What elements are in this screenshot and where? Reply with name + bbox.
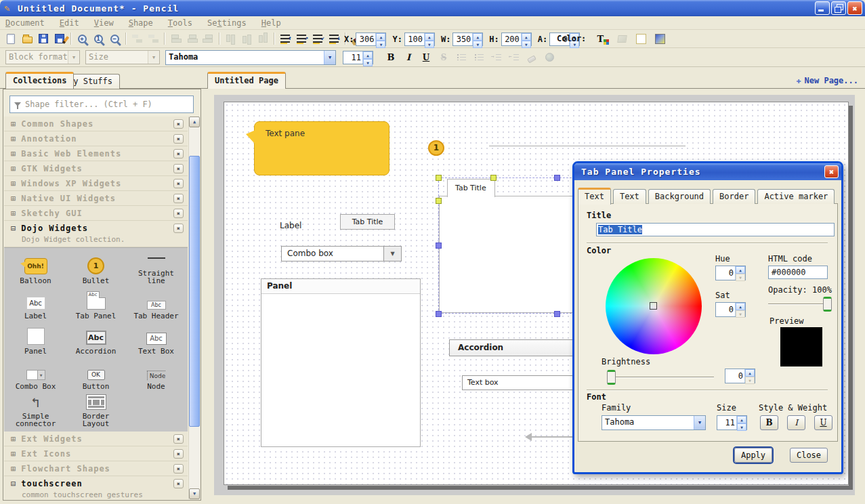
tab-collections[interactable]: Collections <box>5 72 74 89</box>
palette-item-node[interactable]: NodeNode <box>126 359 186 390</box>
send-backward-icon[interactable] <box>310 31 326 46</box>
palette-item-accordion[interactable]: AbcAccordion <box>66 324 126 355</box>
bring-to-front-icon[interactable] <box>277 31 293 46</box>
close-section-icon[interactable]: ✖ <box>173 134 184 144</box>
expand-icon[interactable]: ⊞ <box>11 435 16 443</box>
dialog-tab-text-1[interactable]: Text <box>613 189 646 204</box>
scroll-up-icon[interactable]: ▲ <box>189 117 200 127</box>
tab-untitled-page[interactable]: Untitled Page <box>207 72 286 89</box>
font-size-spinner-down-icon[interactable]: ▼ <box>737 423 746 431</box>
sidebar-section-annotation[interactable]: ⊞Annotation✖ <box>4 131 188 146</box>
font-family-combobox[interactable]: Tahoma <box>602 415 706 430</box>
palette-item-border-layout[interactable]: Border Layout <box>66 394 126 427</box>
close-section-icon[interactable]: ✖ <box>173 434 184 444</box>
expand-icon[interactable]: ⊞ <box>11 165 16 173</box>
underline-icon[interactable] <box>418 50 434 65</box>
y-spinner-down-icon[interactable]: ▼ <box>425 41 434 48</box>
sidebar-section-dojo-widgets[interactable]: ⊟Dojo Widgets✖Dojo Widget collection. <box>4 221 188 247</box>
zoom-out-icon[interactable] <box>106 31 123 46</box>
w-spinner-up-icon[interactable]: ▲ <box>473 33 482 41</box>
zoom-actual-icon[interactable] <box>90 31 106 46</box>
selection-handle[interactable] <box>490 175 497 181</box>
y-spinner-up-icon[interactable]: ▲ <box>425 33 434 41</box>
sidebar-section-flowchart-shapes[interactable]: ⊞Flowchart Shapes✖ <box>4 461 188 476</box>
menu-settings[interactable]: Settings <box>207 18 247 28</box>
bold-button[interactable]: B <box>760 415 778 430</box>
font-size-spinner-up-icon[interactable]: ▲ <box>737 416 746 423</box>
selection-handle[interactable] <box>436 198 442 204</box>
close-section-icon[interactable]: ✖ <box>173 224 184 233</box>
dialog-tab-border-3[interactable]: Border <box>713 189 755 204</box>
block-format-combobox[interactable]: Block format <box>5 50 80 64</box>
h-spinner-up-icon[interactable]: ▲ <box>522 33 531 41</box>
close-section-icon[interactable]: ✖ <box>173 149 184 159</box>
minimize-button[interactable] <box>815 1 830 15</box>
selection-handle[interactable] <box>436 243 442 249</box>
new-document-icon[interactable] <box>3 31 19 46</box>
scroll-down-icon[interactable]: ▼ <box>189 488 200 499</box>
palette-item-label[interactable]: AbcLabel <box>5 289 66 320</box>
sidebar-section-ext-icons[interactable]: ⊞Ext Icons✖ <box>4 446 188 461</box>
collapse-icon[interactable]: ⊟ <box>11 224 16 232</box>
bullet-shape[interactable]: 1 <box>428 140 444 156</box>
new-page-link[interactable]: New Page... <box>796 76 858 85</box>
palette-item-simple-connector[interactable]: Simple connector <box>5 394 66 427</box>
y-spinner-value[interactable]: 100 <box>405 33 424 45</box>
expand-icon[interactable]: ⊞ <box>11 150 16 158</box>
sidebar-section-native-ui-widgets[interactable]: ⊞Native UI Widgets✖ <box>4 191 188 206</box>
shape-filter-input[interactable]: Shape filter... (Ctrl + F) <box>9 96 194 113</box>
expand-icon[interactable]: ⊞ <box>11 194 16 203</box>
close-section-icon[interactable]: ✖ <box>173 209 184 218</box>
italic-button[interactable]: I <box>787 415 805 430</box>
text-color-icon[interactable] <box>595 32 611 47</box>
h-spinner-down-icon[interactable]: ▼ <box>522 41 531 48</box>
palette-item-bullet[interactable]: 1Bullet <box>66 253 126 285</box>
h-spinner-value[interactable]: 200 <box>502 33 521 45</box>
close-section-icon[interactable]: ✖ <box>173 479 184 488</box>
w-spinner-value[interactable]: 350 <box>453 33 472 45</box>
save-as-icon[interactable] <box>51 31 68 46</box>
x-spinner-down-icon[interactable]: ▼ <box>376 41 385 48</box>
opacity-slider[interactable] <box>768 296 832 312</box>
close-section-icon[interactable]: ✖ <box>173 164 184 173</box>
hue-spinner-value[interactable]: 0 <box>716 266 735 280</box>
sidebar-section-touchscreen[interactable]: ⊟touchscreen✖common touchscreen gestures <box>4 476 188 499</box>
brightness-slider[interactable] <box>607 369 714 385</box>
font-size-combobox[interactable]: Size <box>85 50 160 64</box>
menu-shape[interactable]: Shape <box>129 18 153 28</box>
sidebar-section-windows-xp-widgets[interactable]: ⊞Windows XP Widgets✖ <box>4 176 188 191</box>
brightness-slider-thumb[interactable] <box>607 370 616 385</box>
close-section-icon[interactable]: ✖ <box>173 119 184 129</box>
dialog-close-button[interactable] <box>824 165 839 178</box>
tab-header-shape[interactable]: Tab Title <box>340 214 395 230</box>
close-section-icon[interactable]: ✖ <box>173 194 184 203</box>
menu-help[interactable]: Help <box>261 18 281 28</box>
open-document-icon[interactable] <box>19 31 35 46</box>
palette-item-balloon[interactable]: Ohh!Balloon <box>5 253 66 285</box>
sidebar-scrollbar[interactable]: ▲ ▼ <box>188 117 200 499</box>
sidebar-section-gtk-widgets[interactable]: ⊞GTK Widgets✖ <box>4 161 188 176</box>
underline-button[interactable]: U <box>814 415 832 430</box>
close-dialog-button[interactable]: Close <box>790 448 828 463</box>
palette-item-tab-panel[interactable]: AbcTab Panel <box>66 289 126 320</box>
sidebar-section-basic-web-elements[interactable]: ⊞Basic Web Elements✖ <box>4 146 188 161</box>
menu-view[interactable]: View <box>94 18 114 28</box>
html-code-input[interactable]: #000000 <box>768 266 828 279</box>
dialog-tab-text-0[interactable]: Text <box>578 188 611 205</box>
bold-icon[interactable] <box>383 50 399 65</box>
send-to-back-icon[interactable] <box>326 31 342 46</box>
palette-item-straight-line[interactable]: Straight line <box>126 253 186 285</box>
titlebar[interactable]: Untitled Document* - Pencil <box>0 0 865 16</box>
expand-icon[interactable]: ⊞ <box>11 465 16 473</box>
title-input[interactable]: Tab Title <box>596 223 835 236</box>
sat-spinner-up-icon[interactable]: ▲ <box>736 303 745 310</box>
x-spinner-value[interactable]: 306 <box>356 33 375 45</box>
font-family-combobox[interactable]: Tahoma <box>165 50 336 65</box>
close-button[interactable] <box>847 1 862 15</box>
palette-item-text-box[interactable]: AbcText Box <box>126 324 186 355</box>
selection-handle[interactable] <box>554 175 560 181</box>
sidebar-section-common-shapes[interactable]: ⊞Common Shapes✖ <box>4 117 188 131</box>
gradient-fill-icon[interactable] <box>652 32 668 47</box>
color-wheel-selector[interactable] <box>650 302 657 310</box>
collapse-icon[interactable]: ⊟ <box>11 480 16 488</box>
